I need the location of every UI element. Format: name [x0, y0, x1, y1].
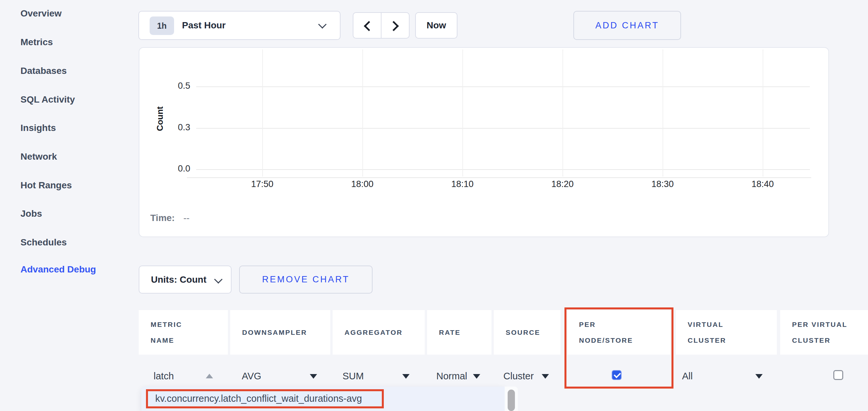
caret-down-icon[interactable]: [402, 374, 409, 379]
chevron-down-icon: [318, 20, 326, 28]
caret-up-icon[interactable]: [206, 374, 213, 378]
metric-suggestion-option[interactable]: kv.concurrency.latch_conflict_wait_durat…: [155, 393, 362, 404]
x-tick-label: 18:10: [439, 179, 486, 189]
x-tick-label: 17:50: [239, 179, 285, 189]
dropdown-scrollbar-thumb[interactable]: [508, 389, 515, 411]
metric-name-input[interactable]: latch: [154, 370, 174, 382]
chevron-right-icon: [389, 21, 399, 31]
sidebar-item-hot-ranges[interactable]: Hot Ranges: [21, 179, 72, 191]
gridline-y-0.0: [196, 169, 810, 170]
per-virtual-cluster-checkbox[interactable]: [833, 370, 843, 380]
previous-window-button[interactable]: [353, 13, 381, 38]
column-header-per-virtual-cluster: PER VIRTUAL CLUSTER: [780, 310, 868, 354]
gridline-x-1840: [763, 49, 763, 176]
time-range-badge: 1h: [150, 16, 174, 35]
gridline-y-0.3: [196, 128, 810, 129]
gridline-x-1810: [462, 49, 463, 176]
y-tick-label: 0.5: [160, 81, 190, 91]
units-select-label: Units: Count: [151, 266, 207, 293]
gridline-x-1820: [562, 49, 563, 176]
column-header-source: SOURCE: [494, 310, 560, 354]
column-header-aggregator: AGGREGATOR: [333, 310, 425, 354]
units-select[interactable]: Units: Count: [139, 266, 231, 294]
gridline-x-1750: [262, 49, 263, 176]
x-tick-label: 18:20: [539, 179, 586, 189]
sidebar-item-network[interactable]: Network: [21, 151, 57, 163]
now-button[interactable]: Now: [415, 12, 458, 39]
x-tick-label: 18:30: [640, 179, 686, 189]
y-tick-label: 0.3: [160, 123, 190, 133]
sidebar-item-overview[interactable]: Overview: [21, 8, 62, 20]
sidebar-item-insights[interactable]: Insights: [21, 122, 56, 134]
caret-down-icon[interactable]: [473, 374, 480, 379]
y-tick-label: 0.0: [160, 164, 190, 174]
column-header-rate: RATE: [427, 310, 492, 354]
time-value: --: [183, 213, 190, 223]
advanced-debug-custom-chart-page: Overview Metrics Databases SQL Activity …: [0, 0, 868, 411]
per-node-store-checkbox[interactable]: [612, 370, 622, 380]
sidebar-item-jobs[interactable]: Jobs: [21, 208, 42, 220]
caret-down-icon[interactable]: [542, 374, 549, 379]
column-header-metric-name: METRIC NAME: [139, 310, 228, 354]
sidebar-item-advanced-debug[interactable]: Advanced Debug: [21, 264, 96, 275]
column-header-virtual-cluster: VIRTUAL CLUSTER: [676, 310, 777, 354]
caret-down-icon[interactable]: [310, 374, 317, 379]
y-axis-label: Count: [150, 92, 170, 145]
time-range-label: Past Hour: [182, 11, 225, 39]
chevron-down-icon: [214, 275, 222, 283]
virtual-cluster-select[interactable]: All: [682, 370, 693, 382]
time-window-nav: [353, 12, 409, 39]
time-range-select[interactable]: 1h Past Hour: [138, 11, 341, 40]
gridline-y-0.5: [196, 87, 810, 87]
sidebar-item-schedules[interactable]: Schedules: [21, 237, 67, 248]
x-axis-line: [187, 177, 811, 178]
sidebar-item-databases[interactable]: Databases: [21, 65, 67, 77]
hover-time-readout: Time:--: [150, 213, 190, 223]
sidebar-item-sql-activity[interactable]: SQL Activity: [21, 94, 75, 106]
downsampler-select[interactable]: AVG: [242, 370, 261, 382]
aggregator-select[interactable]: SUM: [342, 370, 364, 382]
add-chart-button[interactable]: ADD CHART: [574, 11, 681, 40]
custom-chart-card: [139, 47, 829, 237]
time-label: Time:: [150, 213, 175, 223]
rate-select[interactable]: Normal: [436, 370, 467, 382]
column-header-per-node-store: PER NODE/STORE: [567, 310, 671, 354]
remove-chart-button[interactable]: REMOVE CHART: [239, 266, 373, 294]
chevron-left-icon: [364, 21, 374, 31]
gridline-x-1830: [662, 49, 663, 176]
x-tick-label: 18:40: [740, 179, 786, 189]
sidebar-item-metrics[interactable]: Metrics: [21, 36, 53, 48]
gridline-x-1800: [362, 49, 363, 176]
x-tick-label: 18:00: [339, 179, 385, 189]
next-window-button[interactable]: [381, 13, 409, 38]
caret-down-icon[interactable]: [755, 374, 763, 379]
column-header-downsampler: DOWNSAMPLER: [230, 310, 330, 354]
source-select[interactable]: Cluster: [503, 370, 534, 382]
